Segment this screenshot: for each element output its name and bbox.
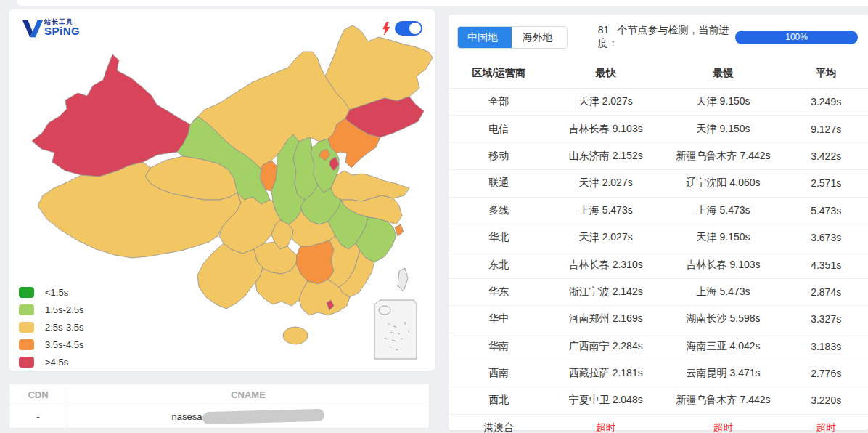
results-panel: 中国地区 海外地区 81个节点参与检测，当前进度： 100% 区域/运营商 最快… bbox=[449, 15, 868, 430]
cdn-value: - bbox=[9, 405, 67, 428]
table-row: 港澳台 超时 超时 超时 bbox=[449, 415, 868, 433]
cell-region: 西北 bbox=[449, 394, 549, 407]
cell-region: 华北 bbox=[449, 231, 549, 244]
cell-region: 联通 bbox=[449, 177, 549, 190]
redaction-blob bbox=[202, 409, 324, 424]
cdn-table: CDN CNAME - nasesa bbox=[9, 384, 430, 429]
cell-fastest: 吉林长春 2.310s bbox=[549, 259, 663, 272]
cell-slowest: 超时 bbox=[663, 421, 785, 433]
tab-overseas-region[interactable]: 海外地区 bbox=[512, 27, 566, 48]
south-china-sea-inset bbox=[374, 300, 417, 359]
table-row: 全部 天津 2.027s 天津 9.150s 3.249s bbox=[449, 89, 868, 116]
cell-fastest: 浙江宁波 2.142s bbox=[549, 286, 663, 299]
cell-fastest: 宁夏中卫 2.048s bbox=[549, 394, 663, 407]
cell-slowest: 吉林长春 9.103s bbox=[663, 259, 785, 272]
node-info: 81个节点参与检测，当前进度： bbox=[598, 24, 735, 50]
table-row: 移动 山东济南 2.152s 新疆乌鲁木齐 7.442s 3.422s bbox=[449, 143, 868, 170]
province-shandong[interactable] bbox=[331, 171, 409, 201]
legend-swatch bbox=[19, 287, 34, 298]
progress-label: 个节点参与检测，当前进度： bbox=[598, 24, 729, 49]
tab-china-region[interactable]: 中国地区 bbox=[458, 27, 512, 48]
cell-region: 电信 bbox=[449, 123, 549, 136]
results-table-header: 区域/运营商 最快 最慢 平均 bbox=[449, 58, 868, 89]
province-yunnan[interactable] bbox=[197, 243, 263, 309]
col-average: 平均 bbox=[784, 67, 868, 80]
table-row: 华中 河南郑州 2.169s 湖南长沙 5.598s 3.327s bbox=[449, 306, 868, 333]
brand-en: SPiNG bbox=[44, 25, 80, 36]
map-panel: 站长工具 SPiNG bbox=[9, 9, 435, 371]
cell-average: 3.220s bbox=[784, 394, 868, 406]
cell-average: 3.249s bbox=[784, 96, 868, 108]
cell-region: 全部 bbox=[449, 95, 549, 108]
legend-swatch bbox=[19, 322, 34, 333]
cdn-header: CDN bbox=[9, 384, 67, 405]
legend-item: 3.5s-4.5s bbox=[19, 339, 83, 350]
cell-average: 3.327s bbox=[784, 313, 868, 325]
cell-average: 4.351s bbox=[784, 259, 868, 271]
cell-average: 2.571s bbox=[784, 177, 868, 189]
legend-label: 2.5s-3.5s bbox=[45, 322, 83, 333]
cell-slowest: 湖南长沙 5.598s bbox=[663, 312, 785, 325]
cell-average: 9.127s bbox=[784, 124, 868, 135]
map-legend: <1.5s 1.5s-2.5s 2.5s-3.5s 3.5s-4.5s >4.5… bbox=[19, 287, 83, 374]
cell-slowest: 上海 5.473s bbox=[663, 204, 785, 217]
cell-slowest: 天津 9.150s bbox=[663, 123, 785, 136]
table-row: 西北 宁夏中卫 2.048s 新疆乌鲁木齐 7.442s 3.220s bbox=[449, 387, 868, 414]
cell-average: 3.673s bbox=[784, 232, 868, 243]
node-count: 81 bbox=[598, 24, 610, 36]
cell-slowest: 天津 9.150s bbox=[663, 231, 785, 244]
col-slowest: 最慢 bbox=[663, 67, 785, 80]
table-row: 多线 上海 5.473s 上海 5.473s 5.473s bbox=[449, 198, 868, 224]
table-row: 华东 浙江宁波 2.142s 上海 5.473s 2.874s bbox=[449, 279, 868, 306]
cell-average: 2.874s bbox=[784, 286, 868, 298]
cell-fastest: 上海 5.473s bbox=[549, 204, 663, 217]
results-table: 区域/运营商 最快 最慢 平均 全部 天津 2.027s 天津 9.150s 3… bbox=[449, 58, 868, 433]
province-xinjiang[interactable] bbox=[32, 54, 190, 177]
logo-v-icon bbox=[22, 18, 44, 39]
cell-fastest: 天津 2.027s bbox=[549, 177, 663, 190]
toggle-knob bbox=[409, 23, 421, 34]
cell-slowest: 辽宁沈阳 4.060s bbox=[663, 177, 785, 190]
cell-slowest: 上海 5.473s bbox=[663, 286, 785, 299]
top-strip bbox=[17, 0, 868, 6]
progress-bar: 100% bbox=[735, 31, 858, 44]
cname-value: nasesa bbox=[172, 411, 202, 422]
province-taiwan[interactable] bbox=[398, 268, 408, 291]
logo[interactable]: 站长工具 SPiNG bbox=[22, 18, 80, 39]
col-region: 区域/运营商 bbox=[449, 67, 549, 80]
cell-fastest: 河南郑州 2.169s bbox=[549, 312, 663, 325]
legend-label: >4.5s bbox=[45, 357, 68, 368]
results-tbody: 全部 天津 2.027s 天津 9.150s 3.249s 电信 吉林长春 9.… bbox=[449, 89, 868, 433]
province-shanghai[interactable] bbox=[395, 224, 404, 236]
cell-average: 3.422s bbox=[784, 150, 868, 162]
legend-item: 2.5s-3.5s bbox=[19, 322, 83, 333]
fast-mode-toggle[interactable] bbox=[395, 21, 422, 36]
table-row: 西南 西藏拉萨 2.181s 云南昆明 3.471s 2.776s bbox=[449, 360, 868, 387]
legend-item: >4.5s bbox=[19, 357, 83, 368]
region-tabs: 中国地区 海外地区 bbox=[457, 26, 568, 49]
cell-slowest: 云南昆明 3.471s bbox=[663, 367, 785, 380]
table-row: 华南 广西南宁 2.284s 海南三亚 4.042s 3.183s bbox=[449, 333, 868, 360]
cell-slowest: 天津 9.150s bbox=[663, 95, 785, 108]
legend-swatch bbox=[19, 357, 34, 368]
cell-region: 华东 bbox=[449, 286, 549, 299]
cell-fastest: 西藏拉萨 2.181s bbox=[549, 367, 663, 380]
cname-cell: nasesa bbox=[67, 405, 429, 428]
province-heilongjiang[interactable] bbox=[325, 25, 433, 110]
cell-average: 3.183s bbox=[784, 341, 868, 352]
cell-region: 华南 bbox=[449, 340, 549, 353]
legend-label: <1.5s bbox=[45, 287, 68, 298]
legend-label: 1.5s-2.5s bbox=[45, 304, 83, 315]
cell-region: 移动 bbox=[449, 150, 549, 163]
table-row: 联通 天津 2.027s 辽宁沈阳 4.060s 2.571s bbox=[449, 170, 868, 197]
cell-fastest: 山东济南 2.152s bbox=[549, 150, 663, 163]
results-header: 中国地区 海外地区 81个节点参与检测，当前进度： 100% bbox=[449, 15, 868, 58]
cell-fastest: 超时 bbox=[549, 421, 663, 433]
cell-region: 东北 bbox=[449, 259, 549, 272]
cell-fastest: 广西南宁 2.284s bbox=[549, 340, 663, 353]
cell-slowest: 新疆乌鲁木齐 7.442s bbox=[663, 150, 785, 163]
cname-header: CNAME bbox=[67, 384, 429, 405]
province-hainan[interactable] bbox=[283, 327, 308, 344]
cell-fastest: 天津 2.027s bbox=[549, 231, 663, 244]
cell-slowest: 新疆乌鲁木齐 7.442s bbox=[663, 394, 785, 407]
